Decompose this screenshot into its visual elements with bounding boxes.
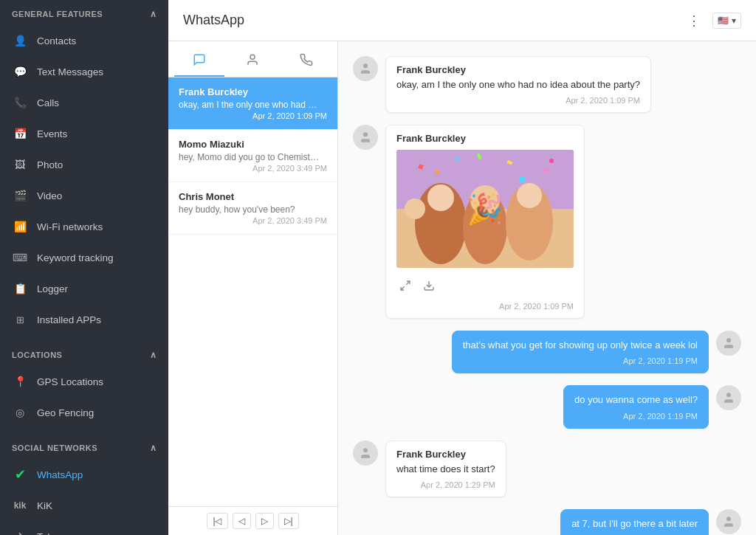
avatar-outgoing: [716, 331, 741, 356]
sidebar-item-gps-locations[interactable]: 📍 GPS Locations: [0, 366, 168, 397]
party-photo: [396, 150, 574, 268]
message-time: Apr 2, 2020 1:19 PM: [463, 356, 698, 365]
locations-chevron[interactable]: ∧: [150, 350, 157, 360]
language-dropdown[interactable]: 🇺🇸 ▾: [712, 13, 741, 29]
sidebar-item-label: Photo: [37, 159, 63, 170]
message-bubble-1: Frank Burckley okay, am I the only one w…: [385, 56, 651, 113]
svg-point-8: [427, 184, 454, 211]
sidebar-item-label: Video: [37, 190, 62, 201]
svg-point-2: [363, 132, 368, 137]
svg-point-1: [363, 63, 368, 68]
avatar: [353, 125, 378, 150]
conversation-item-momo[interactable]: Momo Miazuki hey, Momo did you go to Che…: [168, 130, 337, 182]
contacts-icon: 👤: [12, 32, 28, 49]
svg-point-23: [726, 338, 731, 342]
contacts-tab-icon: [246, 53, 259, 69]
conv-preview: hey buddy, how you've been?: [179, 204, 319, 215]
first-page-button[interactable]: |◁: [207, 513, 227, 529]
calls-icon: 📞: [12, 94, 28, 111]
conv-name: Chris Monet: [179, 191, 327, 202]
header-actions: ⋮ 🇺🇸 ▾: [683, 10, 741, 32]
message-sender: Frank Burckley: [396, 449, 495, 460]
more-options-button[interactable]: ⋮: [683, 10, 705, 32]
svg-point-0: [250, 55, 255, 59]
sidebar-item-label: Keyword tracking: [37, 252, 114, 263]
avatar-outgoing: [716, 385, 741, 410]
svg-point-17: [435, 170, 439, 174]
wifi-icon: 📶: [12, 218, 28, 235]
expand-image-button[interactable]: [398, 278, 413, 296]
message-row-1: Frank Burckley okay, am I the only one w…: [353, 56, 741, 113]
sidebar-item-label: Events: [37, 128, 67, 139]
sidebar-item-label: Wi-Fi networks: [37, 221, 103, 232]
message-text: what time does it start?: [396, 463, 495, 476]
conversation-item-frank[interactable]: Frank Burckley okay, am I the only one w…: [168, 77, 337, 130]
message-time: Apr 2, 2020 1:09 PM: [396, 96, 640, 105]
installed-apps-icon: ⊞: [12, 311, 28, 328]
conversation-list: Frank Burckley okay, am I the only one w…: [168, 77, 337, 506]
events-icon: 📅: [12, 125, 28, 142]
sidebar-item-events[interactable]: 📅 Events: [0, 118, 168, 149]
chat-tab-icon: [193, 53, 206, 69]
sidebar-item-label: GPS Locations: [37, 376, 103, 387]
sidebar-item-kik[interactable]: kik KiK: [0, 490, 168, 521]
svg-point-24: [726, 393, 731, 398]
sidebar-item-telegram[interactable]: ✈ Telegram: [0, 521, 168, 535]
conversation-panel: Frank Burckley okay, am I the only one w…: [168, 41, 338, 535]
message-text: that's what you get for showing up only …: [463, 339, 698, 352]
sidebar-item-logger[interactable]: 📋 Logger: [0, 273, 168, 304]
sidebar-item-photo[interactable]: 🖼 Photo: [0, 149, 168, 180]
message-row-4: do you wanna come as well? Apr 2, 2020 1…: [353, 385, 741, 428]
tab-calls[interactable]: [281, 47, 331, 77]
sidebar-item-contacts[interactable]: 👤 Contacts: [0, 25, 168, 56]
sidebar: General Features ∧ 👤 Contacts 💬 Text Mes…: [0, 0, 168, 535]
logger-icon: 📋: [12, 280, 28, 297]
sidebar-item-keyword-tracking[interactable]: ⌨ Keyword tracking: [0, 242, 168, 273]
conversation-item-chris[interactable]: Chris Monet hey buddy, how you've been? …: [168, 182, 337, 235]
svg-point-11: [405, 199, 425, 219]
avatar: [353, 441, 378, 466]
message-bubble-4: do you wanna come as well? Apr 2, 2020 1…: [563, 385, 709, 428]
download-image-button[interactable]: [422, 278, 436, 296]
message-image: [396, 150, 574, 268]
calls-tab-icon: [300, 53, 313, 69]
sidebar-item-whatsapp[interactable]: ✔ WhatsApp: [0, 459, 168, 490]
conv-name: Frank Burckley: [179, 86, 327, 97]
sidebar-item-wifi[interactable]: 📶 Wi-Fi networks: [0, 211, 168, 242]
conv-preview: hey, Momo did you go to Chemistry to...: [179, 152, 319, 162]
tab-chats[interactable]: [174, 47, 224, 77]
message-panel: Frank Burckley okay, am I the only one w…: [338, 41, 756, 535]
video-icon: 🎬: [12, 187, 28, 204]
tab-contacts[interactable]: [227, 47, 278, 77]
message-image-actions: [396, 274, 574, 297]
message-row-6: at 7, but I'll go there a bit later Apr …: [353, 509, 741, 535]
message-text: at 7, but I'll go there a bit later: [571, 517, 698, 531]
message-sender: Frank Burckley: [396, 133, 574, 144]
message-bubble-2: Frank Burckley: [385, 125, 585, 319]
sidebar-item-geo-fencing[interactable]: ◎ Geo Fencing: [0, 397, 168, 428]
message-bubble-3: that's what you get for showing up only …: [452, 331, 709, 373]
message-time: Apr 2, 2020 1:19 PM: [574, 412, 698, 421]
svg-line-21: [401, 287, 405, 291]
sidebar-item-text-messages[interactable]: 💬 Text Messages: [0, 56, 168, 87]
content-area: Frank Burckley okay, am I the only one w…: [168, 41, 756, 535]
flag-icon: 🇺🇸: [718, 15, 729, 26]
next-page-button[interactable]: ▷: [255, 513, 274, 529]
main-content: WhatsApp ⋮ 🇺🇸 ▾: [168, 0, 756, 535]
general-features-chevron[interactable]: ∧: [150, 9, 157, 19]
avatar: [353, 56, 378, 81]
sidebar-item-video[interactable]: 🎬 Video: [0, 180, 168, 211]
message-row-2: Frank Burckley: [353, 125, 741, 319]
last-page-button[interactable]: ▷|: [278, 513, 299, 529]
dropdown-arrow-icon: ▾: [732, 15, 736, 26]
sidebar-item-installed-apps[interactable]: ⊞ Installed APPs: [0, 304, 168, 335]
message-text: okay, am I the only one who had no idea …: [396, 78, 640, 92]
sidebar-item-label: Calls: [37, 97, 59, 108]
sidebar-item-label: Text Messages: [37, 66, 103, 77]
prev-page-button[interactable]: ◁: [233, 513, 251, 529]
social-networks-chevron[interactable]: ∧: [150, 443, 157, 453]
sidebar-item-label: Telegram: [37, 531, 78, 536]
sidebar-item-label: WhatsApp: [37, 469, 83, 480]
svg-point-9: [470, 185, 500, 215]
sidebar-item-calls[interactable]: 📞 Calls: [0, 87, 168, 118]
